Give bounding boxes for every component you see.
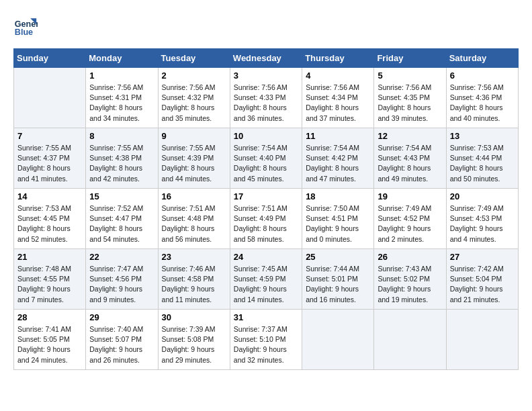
day-number: 19 [378,191,442,201]
weekday-header-sunday: Sunday [14,49,86,68]
calendar-cell: 7Sunrise: 7:55 AM Sunset: 4:37 PM Daylig… [14,128,86,189]
calendar-cell: 4Sunrise: 7:56 AM Sunset: 4:34 PM Daylig… [302,68,374,128]
day-number: 17 [234,191,298,201]
day-number: 26 [378,252,442,262]
day-number: 2 [162,71,226,81]
calendar-cell: 26Sunrise: 7:43 AM Sunset: 5:02 PM Dayli… [374,249,446,310]
weekday-header-monday: Monday [86,49,158,68]
day-number: 23 [162,252,226,262]
calendar-week-row: 7Sunrise: 7:55 AM Sunset: 4:37 PM Daylig… [14,128,519,189]
calendar-cell: 12Sunrise: 7:54 AM Sunset: 4:43 PM Dayli… [374,128,446,189]
day-number: 20 [450,191,515,201]
calendar-cell: 20Sunrise: 7:49 AM Sunset: 4:53 PM Dayli… [446,189,518,249]
day-info: Sunrise: 7:49 AM Sunset: 4:52 PM Dayligh… [378,203,442,244]
day-info: Sunrise: 7:54 AM Sunset: 4:43 PM Dayligh… [378,143,442,184]
day-number: 15 [89,191,154,201]
day-number: 3 [234,71,298,81]
weekday-header-friday: Friday [374,49,446,68]
day-info: Sunrise: 7:46 AM Sunset: 4:58 PM Dayligh… [162,264,226,305]
day-number: 6 [450,71,515,81]
calendar-cell: 9Sunrise: 7:55 AM Sunset: 4:39 PM Daylig… [158,128,230,189]
calendar-cell: 31Sunrise: 7:37 AM Sunset: 5:10 PM Dayli… [230,310,302,370]
day-info: Sunrise: 7:54 AM Sunset: 4:42 PM Dayligh… [306,143,370,184]
day-info: Sunrise: 7:39 AM Sunset: 5:08 PM Dayligh… [162,324,226,365]
calendar-cell: 22Sunrise: 7:47 AM Sunset: 4:56 PM Dayli… [86,249,158,310]
calendar-cell: 24Sunrise: 7:45 AM Sunset: 4:59 PM Dayli… [230,249,302,310]
day-info: Sunrise: 7:56 AM Sunset: 4:34 PM Dayligh… [306,83,370,124]
day-number: 11 [306,131,370,141]
day-number: 1 [89,71,154,81]
day-info: Sunrise: 7:56 AM Sunset: 4:36 PM Dayligh… [450,83,515,124]
day-info: Sunrise: 7:45 AM Sunset: 4:59 PM Dayligh… [234,264,298,305]
calendar-cell: 19Sunrise: 7:49 AM Sunset: 4:52 PM Dayli… [374,189,446,249]
day-number: 10 [234,131,298,141]
day-number: 14 [17,191,82,201]
calendar-cell: 5Sunrise: 7:56 AM Sunset: 4:35 PM Daylig… [374,68,446,128]
day-info: Sunrise: 7:41 AM Sunset: 5:05 PM Dayligh… [17,324,82,365]
day-info: Sunrise: 7:55 AM Sunset: 4:37 PM Dayligh… [17,143,82,184]
day-info: Sunrise: 7:44 AM Sunset: 5:01 PM Dayligh… [306,264,370,305]
day-number: 8 [89,131,154,141]
calendar-cell: 1Sunrise: 7:56 AM Sunset: 4:31 PM Daylig… [86,68,158,128]
calendar-cell: 10Sunrise: 7:54 AM Sunset: 4:40 PM Dayli… [230,128,302,189]
day-number: 28 [17,312,82,322]
calendar-cell: 28Sunrise: 7:41 AM Sunset: 5:05 PM Dayli… [14,310,86,370]
day-info: Sunrise: 7:56 AM Sunset: 4:31 PM Dayligh… [89,83,154,124]
calendar-cell: 13Sunrise: 7:53 AM Sunset: 4:44 PM Dayli… [446,128,518,189]
calendar-cell: 27Sunrise: 7:42 AM Sunset: 5:04 PM Dayli… [446,249,518,310]
day-number: 27 [450,252,515,262]
day-info: Sunrise: 7:50 AM Sunset: 4:51 PM Dayligh… [306,203,370,244]
day-info: Sunrise: 7:53 AM Sunset: 4:45 PM Dayligh… [17,203,82,244]
calendar-cell: 17Sunrise: 7:51 AM Sunset: 4:49 PM Dayli… [230,189,302,249]
calendar-header-row: SundayMondayTuesdayWednesdayThursdayFrid… [14,49,519,68]
day-number: 9 [162,131,226,141]
calendar-cell [14,68,86,128]
day-info: Sunrise: 7:52 AM Sunset: 4:47 PM Dayligh… [89,203,154,244]
logo-icon: General Blue [13,13,38,38]
day-info: Sunrise: 7:56 AM Sunset: 4:35 PM Dayligh… [378,83,442,124]
calendar-week-row: 28Sunrise: 7:41 AM Sunset: 5:05 PM Dayli… [14,310,519,370]
calendar-cell: 14Sunrise: 7:53 AM Sunset: 4:45 PM Dayli… [14,189,86,249]
day-info: Sunrise: 7:55 AM Sunset: 4:39 PM Dayligh… [162,143,226,184]
day-number: 13 [450,131,515,141]
calendar-cell [446,310,518,370]
calendar-cell: 29Sunrise: 7:40 AM Sunset: 5:07 PM Dayli… [86,310,158,370]
day-number: 21 [17,252,82,262]
weekday-header-wednesday: Wednesday [230,49,302,68]
calendar-cell: 15Sunrise: 7:52 AM Sunset: 4:47 PM Dayli… [86,189,158,249]
weekday-header-saturday: Saturday [446,49,518,68]
day-info: Sunrise: 7:43 AM Sunset: 5:02 PM Dayligh… [378,264,442,305]
day-number: 18 [306,191,370,201]
calendar-cell: 21Sunrise: 7:48 AM Sunset: 4:55 PM Dayli… [14,249,86,310]
calendar-cell [302,310,374,370]
calendar-cell: 16Sunrise: 7:51 AM Sunset: 4:48 PM Dayli… [158,189,230,249]
calendar-week-row: 21Sunrise: 7:48 AM Sunset: 4:55 PM Dayli… [14,249,519,310]
day-info: Sunrise: 7:40 AM Sunset: 5:07 PM Dayligh… [89,324,154,365]
calendar-cell: 2Sunrise: 7:56 AM Sunset: 4:32 PM Daylig… [158,68,230,128]
calendar-cell: 6Sunrise: 7:56 AM Sunset: 4:36 PM Daylig… [446,68,518,128]
calendar-cell: 25Sunrise: 7:44 AM Sunset: 5:01 PM Dayli… [302,249,374,310]
logo: General Blue [13,13,40,38]
day-number: 12 [378,131,442,141]
calendar-cell: 18Sunrise: 7:50 AM Sunset: 4:51 PM Dayli… [302,189,374,249]
day-number: 16 [162,191,226,201]
weekday-header-tuesday: Tuesday [158,49,230,68]
day-number: 22 [89,252,154,262]
day-info: Sunrise: 7:48 AM Sunset: 4:55 PM Dayligh… [17,264,82,305]
day-info: Sunrise: 7:47 AM Sunset: 4:56 PM Dayligh… [89,264,154,305]
calendar-cell: 8Sunrise: 7:55 AM Sunset: 4:38 PM Daylig… [86,128,158,189]
day-number: 24 [234,252,298,262]
calendar-cell: 23Sunrise: 7:46 AM Sunset: 4:58 PM Dayli… [158,249,230,310]
day-number: 29 [89,312,154,322]
weekday-header-thursday: Thursday [302,49,374,68]
calendar-table: SundayMondayTuesdayWednesdayThursdayFrid… [13,48,519,370]
day-info: Sunrise: 7:42 AM Sunset: 5:04 PM Dayligh… [450,264,515,305]
day-info: Sunrise: 7:51 AM Sunset: 4:48 PM Dayligh… [162,203,226,244]
day-info: Sunrise: 7:53 AM Sunset: 4:44 PM Dayligh… [450,143,515,184]
calendar-cell [374,310,446,370]
day-info: Sunrise: 7:56 AM Sunset: 4:33 PM Dayligh… [234,83,298,124]
svg-text:Blue: Blue [15,28,33,37]
day-number: 30 [162,312,226,322]
calendar-cell: 11Sunrise: 7:54 AM Sunset: 4:42 PM Dayli… [302,128,374,189]
day-info: Sunrise: 7:49 AM Sunset: 4:53 PM Dayligh… [450,203,515,244]
